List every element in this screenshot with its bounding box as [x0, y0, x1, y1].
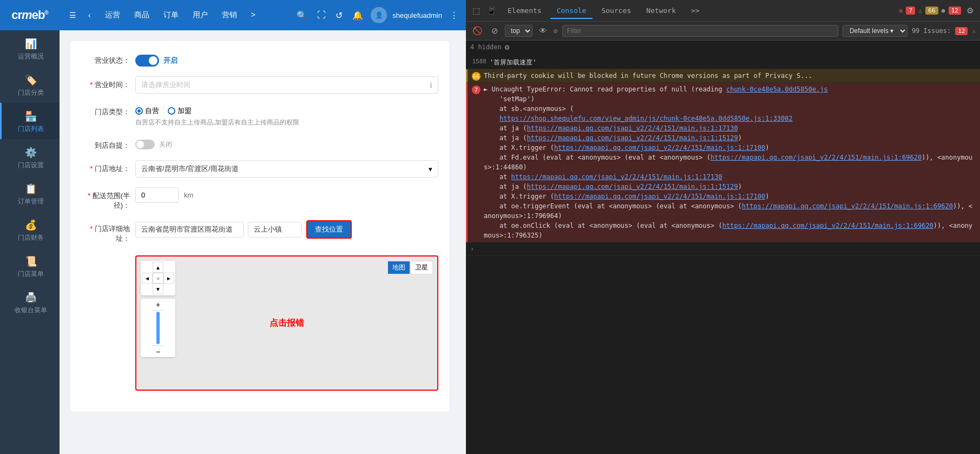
username-label: shequlefuadmin: [392, 11, 442, 19]
sidebar-item-store-categories[interactable]: 🏷️ 门店分类: [0, 67, 60, 103]
store-address-row: 门店地址： 云南省/昆明市/官渡区/雨花街道 ▾: [81, 160, 438, 177]
nav-item-users[interactable]: 用户: [186, 7, 214, 23]
delivery-radius-row: 配送范围(半径)： km: [81, 187, 438, 210]
devtools-tab-elements[interactable]: Elements: [501, 3, 548, 19]
console-text-cookie: Third-party cookie will be blocked in fu…: [484, 71, 976, 81]
console-badge-66: 66: [472, 72, 481, 81]
devtools-other-count: 12: [949, 6, 961, 15]
error-link-mapapi-3[interactable]: https://mapapi.qq.com/jsapi_v2/2/4/151/m…: [554, 144, 765, 152]
sidebar-item-cashier-menu[interactable]: 🖨️ 收银台菜单: [0, 284, 60, 320]
back-button[interactable]: ‹: [84, 9, 95, 22]
map-zoom-in[interactable]: +: [152, 299, 164, 311]
devtools-settings-button[interactable]: ⚙: [964, 4, 976, 18]
devtools-tab-network[interactable]: Network: [640, 3, 682, 19]
map-label: [81, 253, 130, 257]
context-selector[interactable]: top: [505, 25, 532, 37]
console-row-warning: 66 Third-party cookie will be blocked in…: [466, 69, 980, 83]
error-link-chunk[interactable]: chunk-0ce48e5a.0dd5850e.js: [726, 85, 828, 93]
map-nav-up[interactable]: ▲: [153, 262, 163, 273]
devtools-inspect-button[interactable]: ⬚: [470, 4, 482, 18]
sidebar: crmeb® 📊 运营概况 🏷️ 门店分类 🏪 门店列表 ⚙️ 门店设置 📋 订…: [0, 0, 60, 454]
store-categories-icon: 🏷️: [25, 74, 37, 86]
sidebar-item-store-settings[interactable]: ⚙️ 门店设置: [0, 139, 60, 175]
error-link-mapapi-2[interactable]: https://mapapi.qq.com/jsapi_v2/2/4/151/m…: [527, 134, 738, 142]
map-nav-left[interactable]: ◄: [142, 273, 153, 284]
nav-item-operations[interactable]: 运营: [98, 7, 127, 23]
console-prompt-arrow[interactable]: ›: [470, 244, 476, 254]
map-nav-right[interactable]: ►: [163, 273, 174, 284]
store-address-select[interactable]: 云南省/昆明市/官渡区/雨花街道 ▾: [135, 160, 438, 177]
error-link-mapapi-9[interactable]: https://mapapi.qq.com/jsapi_v2/2/4/151/m…: [722, 222, 933, 229]
delivery-radius-input[interactable]: [135, 187, 179, 203]
error-link-chunk-full[interactable]: https://shop.shequlefu.com/view_admin/js…: [499, 115, 793, 122]
find-location-button[interactable]: 查找位置: [306, 220, 352, 239]
map-nav-mid-row: ◄ ○ ►: [142, 273, 174, 284]
sidebar-item-label: 门店设置: [18, 161, 44, 170]
map-type-map[interactable]: 地图: [387, 261, 410, 274]
detail-row: 查找位置 点击没反应: [135, 220, 438, 239]
devtools-tab-console[interactable]: Console: [550, 3, 593, 19]
error-arrow[interactable]: ►: [484, 85, 488, 93]
error-link-mapapi-4[interactable]: https://mapapi.qq.com/jsapi_v2/2/4/151/m…: [711, 154, 922, 161]
error-link-mapapi-1[interactable]: https://mapapi.qq.com/jsapi_v2/2/4/151/m…: [527, 124, 738, 132]
toggle-label: 开启: [163, 56, 177, 65]
business-hours-select[interactable]: 请选择营业时间 ℹ: [135, 76, 438, 94]
store-detail-input[interactable]: [135, 222, 244, 238]
console-text-firstload: '首屏加载速度': [490, 57, 976, 67]
devtools-device-button[interactable]: 📱: [484, 4, 499, 18]
nav-item-orders[interactable]: 订单: [157, 7, 185, 23]
map-zoom-out[interactable]: −: [152, 345, 164, 357]
store-address-control: 云南省/昆明市/官渡区/雨花街道 ▾: [135, 160, 438, 177]
nav-item-more[interactable]: >: [245, 7, 262, 23]
sidebar-item-label: 运营概况: [18, 52, 44, 61]
business-status-row: 营业状态： 开启: [81, 52, 438, 67]
map-nav-center[interactable]: ○: [153, 273, 163, 284]
store-detail-input2[interactable]: [248, 222, 302, 238]
error-line-anon1: at https://mapapi.qq.com/jsapi_v2/2/4/15…: [484, 172, 976, 182]
business-hours-placeholder: 请选择营业时间: [141, 80, 190, 90]
self-pickup-row: 到店自提： 关闭: [81, 137, 438, 150]
error-link-mapapi-5[interactable]: https://mapapi.qq.com/jsapi_v2/2/4/151/m…: [511, 173, 722, 181]
error-link-mapapi-8[interactable]: https://mapapi.qq.com/jsapi_v2/2/4/151/m…: [742, 202, 953, 210]
notification-button[interactable]: 🔔: [350, 8, 365, 23]
menu-toggle-button[interactable]: ☰: [65, 9, 81, 22]
nav-item-products[interactable]: 商品: [128, 7, 156, 23]
devtools-other-icon: ⊗: [942, 7, 945, 15]
store-type-radio-group: 自营 加盟: [135, 103, 438, 116]
sidebar-item-store-finance[interactable]: 💰 门店财务: [0, 212, 60, 248]
sidebar-item-operations-overview[interactable]: 📊 运营概况: [0, 30, 60, 67]
sidebar-item-label: 门店菜单: [18, 269, 44, 279]
refresh-button[interactable]: ↺: [333, 8, 345, 23]
map-area[interactable]: ▲ ◄ ○ ► ▼: [135, 255, 438, 391]
store-type-franchise[interactable]: 加盟: [168, 106, 192, 116]
map-type-satellite[interactable]: 卫星: [410, 261, 433, 274]
nav-item-marketing[interactable]: 营销: [215, 7, 244, 23]
error-line-fd: at Fd.eval (eval at <anonymous> (eval at…: [484, 153, 976, 172]
expand-button[interactable]: ⛶: [315, 8, 328, 22]
console-filter-input[interactable]: [562, 25, 838, 37]
console-filter-toggle[interactable]: ⊘: [489, 24, 501, 38]
logo-text: crmeb®: [11, 8, 48, 22]
clear-console-button[interactable]: 🚫: [470, 24, 485, 38]
map-nav-down[interactable]: ▼: [153, 284, 163, 294]
devtools-tab-more[interactable]: >>: [685, 3, 706, 19]
more-options-button[interactable]: ⋮: [448, 8, 461, 23]
self-pickup-toggle[interactable]: [135, 140, 155, 149]
sidebar-item-store-list[interactable]: 🏪 门店列表: [0, 103, 60, 139]
order-management-icon: 📋: [25, 183, 37, 195]
sidebar-item-store-menu[interactable]: 📜 门店菜单: [0, 248, 60, 284]
error-line-ja2: at ja (https://mapapi.qq.com/jsapi_v2/2/…: [484, 133, 976, 143]
issues-label: 99 Issues:: [912, 27, 951, 35]
self-pickup-label-value: 关闭: [159, 140, 172, 149]
hidden-count-row: 4 hidden ⚙: [466, 41, 980, 54]
error-link-mapapi-6[interactable]: https://mapapi.qq.com/jsapi_v2/2/4/151/m…: [527, 183, 738, 190]
sidebar-item-order-management[interactable]: 📋 订单管理: [0, 175, 60, 212]
business-status-toggle[interactable]: [135, 55, 159, 67]
store-type-self[interactable]: 自营: [135, 106, 159, 116]
levels-selector[interactable]: Default levels ▾: [843, 25, 907, 37]
search-button[interactable]: 🔍: [294, 8, 310, 23]
error-link-mapapi-7[interactable]: https://mapapi.qq.com/jsapi_v2/2/4/151/m…: [554, 193, 765, 200]
devtools-tab-sources[interactable]: Sources: [595, 3, 637, 19]
store-list-icon: 🏪: [25, 110, 37, 122]
hidden-gear-icon[interactable]: ⚙: [505, 43, 509, 51]
